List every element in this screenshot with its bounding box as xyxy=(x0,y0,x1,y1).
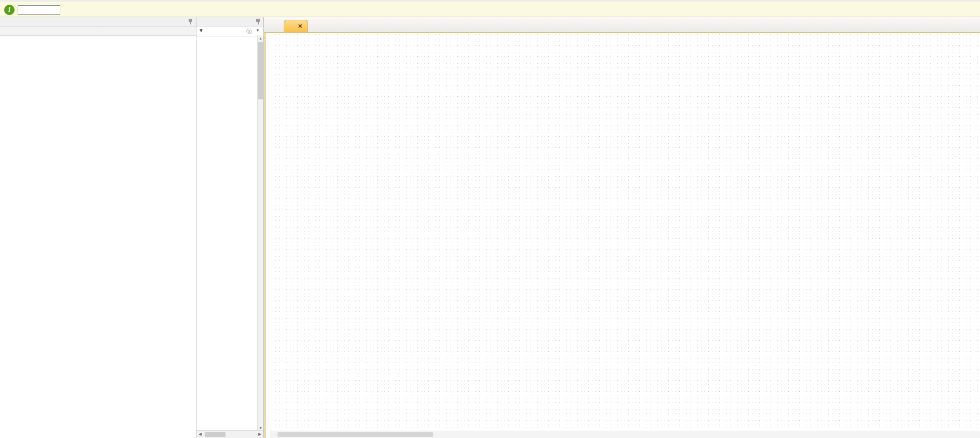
chevron-down-icon[interactable]: ▼ xyxy=(256,28,260,33)
close-icon[interactable]: ✕ xyxy=(298,23,302,29)
grid-dots xyxy=(270,33,980,438)
filter-clear-icon[interactable]: ⓧ xyxy=(246,28,252,35)
properties-panel xyxy=(0,17,196,438)
properties-rows xyxy=(0,35,196,438)
pin-icon[interactable] xyxy=(256,19,260,24)
periphery-tree xyxy=(196,35,258,431)
tree-vertical-scrollbar[interactable]: ▲ ▼ xyxy=(257,35,263,431)
scroll-left-icon[interactable]: ◀ xyxy=(196,431,204,438)
pin-icon[interactable] xyxy=(188,19,193,24)
canvas-horizontal-scrollbar[interactable] xyxy=(270,431,980,438)
canvas[interactable] xyxy=(264,33,980,438)
periphery-panel: ▼ ⓧ ▼ ▲ ▼ ◀ ▶ xyxy=(196,17,264,438)
status-input[interactable] xyxy=(18,5,60,15)
scroll-right-icon[interactable]: ▶ xyxy=(256,431,263,438)
properties-panel-header xyxy=(0,17,196,27)
periphery-panel-header xyxy=(196,17,263,27)
tree-horizontal-scrollbar[interactable]: ◀ ▶ xyxy=(196,430,263,438)
info-icon: i xyxy=(4,5,15,15)
filter-icon: ▼ xyxy=(198,28,204,33)
scroll-up-icon[interactable]: ▲ xyxy=(258,35,263,41)
status-bar: i xyxy=(0,0,980,17)
tab-familie-reppel[interactable]: ✕ xyxy=(284,20,308,32)
tab-bar: ✕ xyxy=(264,17,980,33)
